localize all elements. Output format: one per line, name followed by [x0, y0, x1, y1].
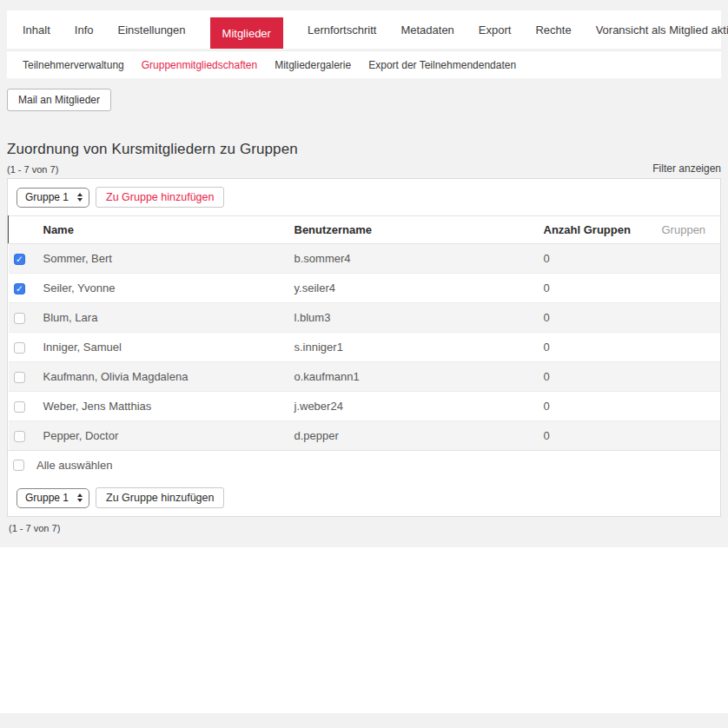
cell-username: j.weber24	[289, 392, 539, 421]
cell-username: s.inniger1	[289, 333, 539, 362]
row-checkbox[interactable]	[14, 283, 25, 295]
cell-groups	[657, 274, 721, 303]
select-all-row: Alle auswählen	[8, 450, 720, 480]
result-count: (1 - 7 von 7)	[7, 164, 58, 175]
bottom-group-controls: Gruppe 1 Zu Gruppe hinzufügen	[8, 480, 720, 516]
row-checkbox[interactable]	[14, 431, 25, 442]
cell-group-count: 0	[539, 244, 657, 274]
header-groups: Gruppen	[657, 216, 721, 244]
cell-groups	[657, 303, 721, 333]
table-meta-row: (1 - 7 von 7) Filter anzeigen	[7, 162, 721, 175]
row-checkbox[interactable]	[14, 372, 25, 383]
cell-name: Sommer, Bert	[38, 244, 289, 274]
footer-strip	[0, 713, 728, 728]
subnav-export-teilnehmendendaten[interactable]: Export der Teilnehmendendaten	[368, 59, 516, 71]
page-title: Zuordnung von Kursmitgliedern zu Gruppen	[7, 141, 721, 158]
mail-toolbar: Mail an Mitglieder	[7, 89, 721, 111]
select-all-label: Alle auswählen	[36, 459, 112, 472]
cell-groups	[657, 244, 721, 274]
add-to-group-button-bottom[interactable]: Zu Gruppe hinzufügen	[96, 487, 224, 508]
header-checkbox-column	[9, 216, 38, 244]
tab-info[interactable]: Info	[75, 10, 94, 49]
cell-username: o.kaufmann1	[289, 362, 539, 392]
cell-groups	[657, 362, 721, 392]
table-row: Weber, Jens Matthias j.weber24 0	[9, 392, 721, 421]
cell-group-count: 0	[539, 274, 657, 303]
tab-mitglieder[interactable]: Mitglieder	[210, 17, 283, 49]
cell-name: Kaufmann, Olivia Magdalena	[38, 362, 289, 392]
table-row: Pepper, Doctor d.pepper 0	[9, 421, 721, 451]
table-row: Kaufmann, Olivia Magdalena o.kaufmann1 0	[9, 362, 721, 392]
tab-metadaten[interactable]: Metadaten	[400, 10, 453, 49]
subnav-gruppenmitgliedschaften[interactable]: Gruppenmitgliedschaften	[142, 59, 257, 71]
header-group-count[interactable]: Anzahl Gruppen	[539, 216, 657, 244]
cell-username: b.sommer4	[289, 244, 539, 274]
course-tabbar: Inhalt Info Einstellungen Mitglieder Ler…	[7, 10, 721, 49]
row-checkbox[interactable]	[14, 254, 25, 265]
cell-name: Blum, Lara	[38, 303, 289, 333]
row-checkbox[interactable]	[14, 401, 25, 413]
cell-username: l.blum3	[289, 303, 539, 333]
cell-name: Inniger, Samuel	[38, 333, 289, 362]
add-to-group-button-top[interactable]: Zu Gruppe hinzufügen	[96, 187, 224, 208]
cell-group-count: 0	[539, 362, 657, 392]
subnav-mitgliedergalerie[interactable]: Mitgliedergalerie	[275, 59, 351, 71]
mail-to-members-button[interactable]: Mail an Mitglieder	[7, 89, 111, 111]
select-all-checkbox[interactable]	[13, 460, 24, 471]
select-arrows-icon	[77, 193, 83, 202]
cell-groups	[657, 421, 721, 451]
table-row: Seiler, Yvonne y.seiler4 0	[9, 274, 721, 303]
show-filter-link[interactable]: Filter anzeigen	[652, 162, 721, 175]
group-select-bottom[interactable]: Gruppe 1	[17, 488, 89, 508]
header-name[interactable]: Name	[38, 216, 289, 244]
table-row: Inniger, Samuel s.inniger1 0	[9, 333, 721, 362]
cell-group-count: 0	[539, 392, 657, 421]
page-top-section: Inhalt Info Einstellungen Mitglieder Ler…	[0, 0, 728, 547]
subnav-teilnehmerverwaltung[interactable]: Teilnehmerverwaltung	[23, 59, 124, 71]
cell-username: y.seiler4	[289, 274, 539, 303]
pagination-bottom: (1 - 7 von 7)	[9, 523, 721, 533]
group-select-top-value: Gruppe 1	[25, 191, 69, 203]
row-checkbox[interactable]	[14, 342, 25, 354]
cell-group-count: 0	[539, 303, 657, 333]
cell-group-count: 0	[539, 333, 657, 362]
cell-group-count: 0	[539, 421, 657, 451]
tab-einstellungen[interactable]: Einstellungen	[118, 10, 186, 49]
members-table-header: Name Benutzername Anzahl Gruppen Gruppen	[9, 216, 721, 244]
cell-name: Seiler, Yvonne	[38, 274, 289, 303]
cell-name: Weber, Jens Matthias	[38, 392, 289, 421]
table-row: Blum, Lara l.blum3 0	[9, 303, 721, 333]
cell-name: Pepper, Doctor	[38, 421, 289, 451]
cell-groups	[657, 392, 721, 421]
members-table: Name Benutzername Anzahl Gruppen Gruppen…	[8, 215, 720, 450]
members-subnav: Teilnehmerverwaltung Gruppenmitgliedscha…	[7, 50, 721, 78]
top-group-controls: Gruppe 1 Zu Gruppe hinzufügen	[8, 179, 720, 215]
tab-voransicht[interactable]: Voransicht als Mitglied aktivieren ❯	[596, 10, 728, 49]
members-table-body: Sommer, Bert b.sommer4 0 Seiler, Yvonne …	[9, 244, 721, 451]
tab-lernfortschritt[interactable]: Lernfortschritt	[308, 10, 376, 49]
cell-groups	[657, 333, 721, 362]
cell-username: d.pepper	[289, 421, 539, 451]
group-select-top[interactable]: Gruppe 1	[17, 188, 89, 208]
group-assignment-panel: Gruppe 1 Zu Gruppe hinzufügen Name Benut…	[7, 178, 721, 517]
group-select-bottom-value: Gruppe 1	[25, 492, 69, 504]
table-row: Sommer, Bert b.sommer4 0	[9, 244, 721, 274]
tab-rechte[interactable]: Rechte	[535, 10, 571, 49]
tab-inhalt[interactable]: Inhalt	[23, 10, 50, 49]
tab-export[interactable]: Export	[479, 10, 512, 49]
row-checkbox[interactable]	[14, 313, 25, 324]
tab-voransicht-label: Voransicht als Mitglied aktivieren	[596, 23, 728, 36]
select-arrows-icon	[77, 493, 83, 502]
header-username[interactable]: Benutzername	[289, 216, 539, 244]
